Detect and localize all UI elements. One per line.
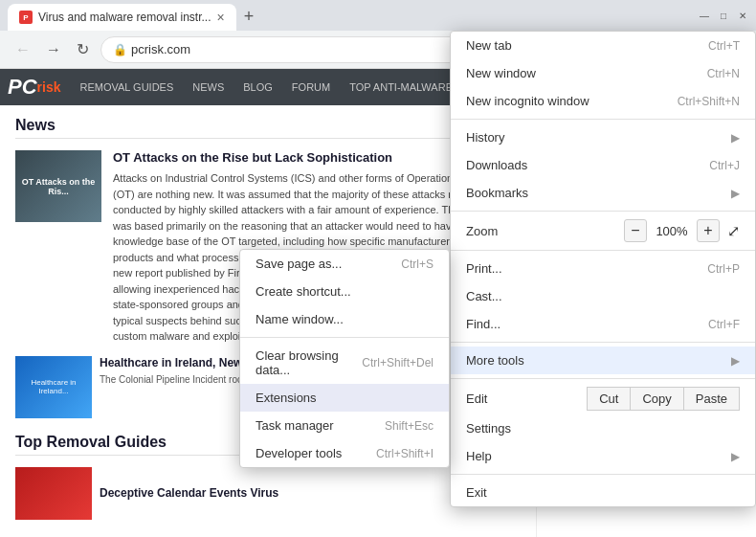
submenu-developer-tools[interactable]: Developer tools Ctrl+Shift+I — [240, 439, 449, 467]
chrome-menu: New tab Ctrl+T New window Ctrl+N New inc… — [450, 31, 756, 507]
logo-pc: PC — [8, 75, 37, 100]
nav-forum[interactable]: FORUM — [284, 69, 338, 105]
developer-tools-label: Developer tools — [256, 446, 342, 460]
tab-title: Virus and malware removal instr... — [38, 11, 211, 24]
fullscreen-icon[interactable]: ⤢ — [727, 222, 740, 240]
help-arrow-icon: ▶ — [731, 450, 740, 463]
zoom-label: Zoom — [466, 224, 616, 238]
menu-new-window-shortcut: Ctrl+N — [707, 67, 740, 80]
menu-cast[interactable]: Cast... — [451, 282, 755, 310]
menu-downloads-label: Downloads — [466, 158, 690, 172]
removal-thumb — [15, 467, 92, 520]
menu-history[interactable]: History ▶ — [451, 123, 755, 151]
tab-area: P Virus and malware removal instr... × + — [8, 0, 699, 31]
task-manager-shortcut: Shift+Esc — [385, 419, 434, 433]
menu-print-label: Print... — [466, 261, 688, 276]
submenu-clear-browsing[interactable]: Clear browsing data... Ctrl+Shift+Del — [240, 342, 449, 384]
save-page-label: Save page as... — [256, 257, 342, 271]
nav-removal-guides[interactable]: REMOVAL GUIDES — [72, 69, 181, 105]
maximize-button[interactable]: □ — [718, 10, 729, 21]
task-manager-label: Task manager — [256, 418, 334, 433]
menu-new-window[interactable]: New window Ctrl+N — [451, 59, 755, 87]
menu-help[interactable]: Help ▶ — [451, 442, 755, 470]
submenu-task-manager[interactable]: Task manager Shift+Esc — [240, 412, 449, 439]
submenu-create-shortcut[interactable]: Create shortcut... — [240, 278, 449, 305]
logo-risk: risk — [37, 79, 61, 95]
menu-find[interactable]: Find... Ctrl+F — [451, 310, 755, 338]
name-window-label: Name window... — [256, 312, 344, 326]
menu-divider-3 — [451, 250, 755, 251]
menu-downloads-shortcut: Ctrl+J — [709, 159, 740, 172]
zoom-controls: − 100% + ⤢ — [624, 219, 740, 242]
copy-button[interactable]: Copy — [630, 387, 682, 411]
submenu-divider-1 — [240, 337, 449, 338]
submenu-name-window[interactable]: Name window... — [240, 305, 449, 333]
menu-print[interactable]: Print... Ctrl+P — [451, 255, 755, 282]
menu-new-tab[interactable]: New tab Ctrl+T — [451, 32, 755, 59]
menu-more-tools-label: More tools — [466, 353, 731, 368]
nav-news[interactable]: NEWS — [185, 69, 232, 105]
more-tools-submenu: Save page as... Ctrl+S Create shortcut..… — [239, 249, 450, 468]
zoom-in-button[interactable]: + — [697, 219, 720, 242]
title-bar: P Virus and malware removal instr... × +… — [0, 0, 756, 31]
menu-divider-4 — [451, 342, 755, 343]
tab-favicon: P — [19, 11, 33, 24]
menu-more-tools[interactable]: More tools ▶ — [451, 347, 755, 374]
window-controls: — □ ✕ — [699, 10, 748, 21]
refresh-button[interactable]: ↻ — [73, 36, 93, 62]
tab-close-button[interactable]: × — [217, 10, 225, 25]
menu-incognito-label: New incognito window — [466, 94, 658, 108]
removal-article-title[interactable]: Deceptive Calendar Events Virus — [100, 486, 278, 500]
menu-exit[interactable]: Exit — [451, 479, 755, 506]
menu-new-tab-label: New tab — [466, 38, 689, 53]
menu-new-tab-shortcut: Ctrl+T — [708, 39, 740, 53]
history-arrow-icon: ▶ — [731, 131, 740, 145]
lock-icon: 🔒 — [113, 43, 127, 56]
extensions-label: Extensions — [256, 391, 317, 405]
menu-downloads[interactable]: Downloads Ctrl+J — [451, 151, 755, 179]
menu-print-shortcut: Ctrl+P — [707, 262, 740, 276]
clear-browsing-label: Clear browsing data... — [256, 348, 362, 377]
save-page-shortcut: Ctrl+S — [401, 257, 434, 271]
site-logo[interactable]: PC risk — [8, 75, 60, 100]
submenu-save-page[interactable]: Save page as... Ctrl+S — [240, 250, 449, 278]
zoom-out-button[interactable]: − — [624, 219, 647, 242]
menu-divider-2 — [451, 211, 755, 212]
menu-exit-label: Exit — [466, 485, 740, 500]
menu-settings-label: Settings — [466, 421, 740, 436]
submenu-extensions[interactable]: Extensions — [240, 384, 449, 412]
menu-zoom-row: Zoom − 100% + ⤢ — [451, 215, 755, 246]
forward-button[interactable]: → — [42, 37, 65, 62]
news-section-title: News — [15, 117, 521, 139]
menu-bookmarks-label: Bookmarks — [466, 186, 731, 200]
close-window-button[interactable]: ✕ — [737, 10, 748, 21]
minimize-button[interactable]: — — [699, 10, 710, 21]
new-tab-button[interactable]: + — [236, 3, 262, 31]
menu-new-incognito[interactable]: New incognito window Ctrl+Shift+N — [451, 87, 755, 115]
menu-find-label: Find... — [466, 317, 689, 331]
more-tools-arrow-icon: ▶ — [731, 354, 740, 368]
developer-tools-shortcut: Ctrl+Shift+I — [376, 447, 434, 460]
cut-button[interactable]: Cut — [587, 387, 630, 411]
nav-top-antimalware[interactable]: TOP ANTI-MALWARE — [342, 69, 460, 105]
create-shortcut-label: Create shortcut... — [256, 284, 351, 299]
browser-tab[interactable]: P Virus and malware removal instr... × — [8, 4, 236, 31]
menu-history-label: History — [466, 130, 731, 145]
nav-blog[interactable]: BLOG — [235, 69, 280, 105]
menu-cast-label: Cast... — [466, 289, 740, 303]
menu-help-label: Help — [466, 449, 731, 463]
menu-incognito-shortcut: Ctrl+Shift+N — [678, 95, 740, 108]
article-thumbnail: OT Attacks on the Ris... — [15, 150, 101, 222]
menu-divider-1 — [451, 119, 755, 120]
menu-new-window-label: New window — [466, 66, 688, 80]
menu-divider-5 — [451, 378, 755, 379]
paste-button[interactable]: Paste — [683, 387, 740, 411]
back-button[interactable]: ← — [11, 37, 34, 62]
edit-label: Edit — [466, 392, 587, 406]
menu-settings[interactable]: Settings — [451, 414, 755, 442]
url-text: pcrisk.com — [131, 42, 190, 56]
menu-bookmarks[interactable]: Bookmarks ▶ — [451, 179, 755, 207]
menu-find-shortcut: Ctrl+F — [708, 318, 740, 331]
clear-browsing-shortcut: Ctrl+Shift+Del — [362, 356, 434, 369]
zoom-value: 100% — [655, 224, 689, 238]
